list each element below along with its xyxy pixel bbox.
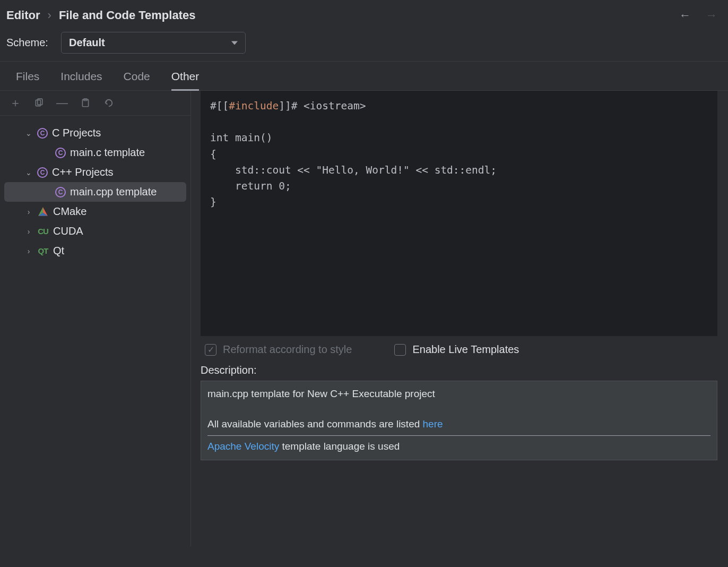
sidebar: ＋ — ⌄ C C Projects C main.c template xyxy=(0,91,191,546)
scheme-row: Scheme: Default xyxy=(0,28,728,62)
add-icon[interactable]: ＋ xyxy=(10,97,21,109)
checkbox-row: Reformat according to style Enable Live … xyxy=(201,336,728,361)
c-icon: C xyxy=(55,187,66,197)
nav-arrows: ← → xyxy=(679,8,717,22)
divider xyxy=(207,435,710,436)
tree-node-c-projects[interactable]: ⌄ C C Projects xyxy=(4,123,186,143)
description-line: Apache Velocity template language is use… xyxy=(207,439,710,454)
checkbox-icon xyxy=(394,344,406,356)
scheme-value: Default xyxy=(69,37,105,48)
breadcrumb: Editor › File and Code Templates xyxy=(6,8,195,22)
back-arrow-icon[interactable]: ← xyxy=(679,8,691,22)
code-text: #[[ xyxy=(210,100,229,112)
chevron-right-icon[interactable]: › xyxy=(24,247,33,255)
header: Editor › File and Code Templates ← → xyxy=(0,0,728,28)
code-text: { xyxy=(210,148,216,160)
tree-label: CMake xyxy=(53,205,86,218)
reformat-checkbox: Reformat according to style xyxy=(205,343,352,356)
description-text: All available variables and commands are… xyxy=(207,418,423,429)
remove-icon[interactable]: — xyxy=(56,97,68,109)
description-label: Description: xyxy=(201,361,728,381)
description-line: main.cpp template for New C++ Executable… xyxy=(207,386,710,402)
tab-code[interactable]: Code xyxy=(124,70,150,90)
c-icon: C xyxy=(37,128,48,139)
content: ＋ — ⌄ C C Projects C main.c template xyxy=(0,91,728,546)
tree-node-main-c[interactable]: C main.c template xyxy=(4,143,186,162)
live-templates-checkbox[interactable]: Enable Live Templates xyxy=(394,343,519,356)
tree-toolbar: ＋ — xyxy=(0,91,190,116)
tree-label: main.cpp template xyxy=(70,186,157,198)
breadcrumb-separator: › xyxy=(48,8,51,22)
tree-label: C++ Projects xyxy=(52,166,114,178)
code-text: std::cout << "Hello, World!" << std::end… xyxy=(210,164,497,176)
scheme-label: Scheme: xyxy=(6,37,48,49)
tree-node-cuda[interactable]: › CU CUDA xyxy=(4,221,186,241)
description-box: main.cpp template for New C++ Executable… xyxy=(201,381,717,460)
tree-label: CUDA xyxy=(53,225,83,237)
cmake-icon xyxy=(37,206,49,218)
code-text: ]]# <iostream> xyxy=(279,100,366,112)
cuda-icon: CU xyxy=(37,226,49,237)
c-icon: C xyxy=(37,167,48,178)
tabs: Files Includes Code Other xyxy=(0,62,728,91)
editor-pane: #[[#include]]# <iostream> int main() { s… xyxy=(191,91,728,546)
tree-node-qt[interactable]: › QT Qt xyxy=(4,241,186,261)
checkbox-icon xyxy=(205,344,216,356)
checkbox-label: Reformat according to style xyxy=(223,343,352,356)
tree-node-cmake[interactable]: › CMake xyxy=(4,202,186,221)
description-text: template language is used xyxy=(279,441,400,452)
description-line: All available variables and commands are… xyxy=(207,417,710,432)
tab-files[interactable]: Files xyxy=(16,70,39,90)
undo-icon[interactable] xyxy=(103,97,115,109)
code-keyword: #include xyxy=(229,100,279,112)
tree-node-main-cpp[interactable]: C main.cpp template xyxy=(4,182,186,202)
chevron-down-icon[interactable]: ⌄ xyxy=(24,168,33,177)
qt-icon: QT xyxy=(37,245,49,257)
code-text: int main() xyxy=(210,132,272,144)
tree-label: main.c template xyxy=(70,147,145,159)
template-tree: ⌄ C C Projects C main.c template ⌄ C C++… xyxy=(0,116,190,546)
apache-velocity-link[interactable]: Apache Velocity xyxy=(207,441,279,452)
tab-other[interactable]: Other xyxy=(171,70,200,91)
tree-label: Qt xyxy=(53,245,64,257)
here-link[interactable]: here xyxy=(423,418,443,429)
code-text: } xyxy=(210,196,216,208)
copy-clipboard-icon[interactable] xyxy=(80,97,91,109)
code-editor[interactable]: #[[#include]]# <iostream> int main() { s… xyxy=(201,91,717,336)
checkbox-label: Enable Live Templates xyxy=(412,343,519,356)
breadcrumb-root[interactable]: Editor xyxy=(6,8,40,22)
scheme-select[interactable]: Default xyxy=(61,32,246,54)
tab-includes[interactable]: Includes xyxy=(60,70,102,90)
breadcrumb-current: File and Code Templates xyxy=(59,8,196,22)
chevron-right-icon[interactable]: › xyxy=(24,227,33,236)
forward-arrow-icon: → xyxy=(706,8,717,22)
chevron-right-icon[interactable]: › xyxy=(24,208,33,216)
c-icon: C xyxy=(55,148,66,158)
chevron-down-icon[interactable]: ⌄ xyxy=(24,129,33,138)
tree-node-cpp-projects[interactable]: ⌄ C C++ Projects xyxy=(4,162,186,182)
copy-icon[interactable] xyxy=(33,97,45,109)
tree-label: C Projects xyxy=(52,127,101,139)
code-text: return 0; xyxy=(210,180,291,192)
